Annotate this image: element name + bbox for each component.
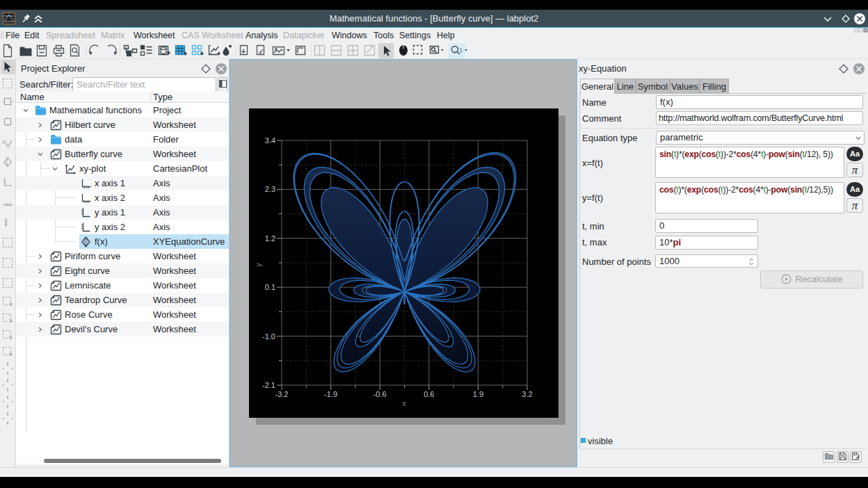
svg-text:2.3: 2.3: [265, 185, 275, 193]
svg-text:x: x: [403, 400, 406, 407]
svg-text:1.9: 1.9: [473, 390, 483, 398]
svg-text:1: 1: [459, 47, 463, 54]
svg-text:-0.6: -0.6: [373, 390, 387, 398]
svg-text:y: y: [255, 263, 262, 267]
svg-text:0.1: 0.1: [265, 283, 275, 291]
svg-text:-3.2: -3.2: [275, 390, 289, 398]
svg-text:-1.0: -1.0: [262, 332, 275, 341]
svg-text:0.6: 0.6: [424, 390, 434, 398]
svg-text:3.2: 3.2: [522, 390, 532, 398]
svg-text:-2.1: -2.1: [262, 381, 275, 389]
svg-text:1.2: 1.2: [265, 234, 275, 243]
svg-text:3.4: 3.4: [265, 136, 275, 145]
svg-text:-1.9: -1.9: [324, 390, 337, 398]
